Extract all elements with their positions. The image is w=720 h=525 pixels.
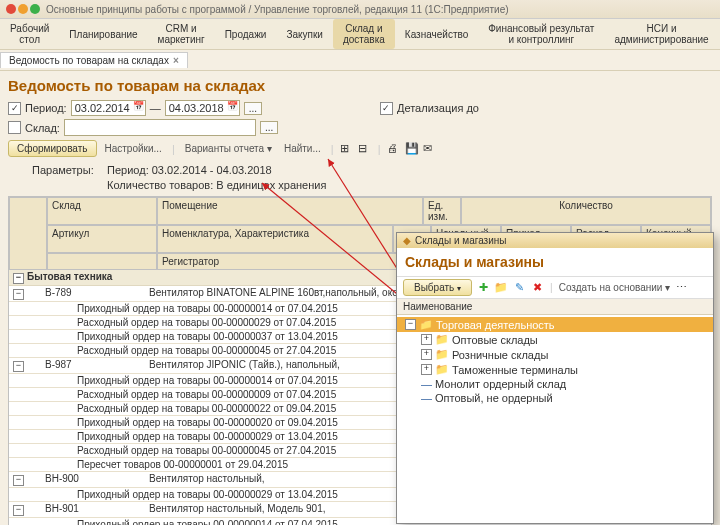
report-toolbar: Сформировать Настройки... | Варианты отч… (8, 140, 712, 157)
add-folder-icon[interactable]: 📁 (494, 281, 508, 295)
tree-item[interactable]: — Монолит ордерный склад (397, 377, 713, 391)
tab-report[interactable]: Ведомость по товарам на складах × (0, 52, 188, 68)
popup-title-text: Склады и магазины (415, 235, 506, 246)
popup-app-icon: ◆ (403, 235, 411, 246)
min-dot[interactable] (18, 4, 28, 14)
th-kol: Количество (461, 197, 711, 225)
tree-item[interactable]: + 📁 Таможенные терминалы (397, 362, 713, 377)
sklad-check[interactable] (8, 121, 21, 134)
tab-bar: Ведомость по товарам на складах × (0, 50, 720, 71)
th-ed: Ед. изм. (423, 197, 461, 225)
tab-close-icon[interactable]: × (173, 55, 179, 66)
params-label: Параметры: (32, 163, 104, 178)
max-dot[interactable] (30, 4, 40, 14)
sklad-row: Склад: ... (8, 119, 712, 136)
detail-label: Детализация до (397, 102, 479, 114)
sklad-label: Склад: (25, 122, 60, 134)
tree-item[interactable]: — Оптовый, не ордерный (397, 391, 713, 405)
period-label: Период: (25, 102, 67, 114)
sklad-picker-btn[interactable]: ... (260, 121, 278, 134)
period-dash: — (150, 102, 161, 114)
popup-toolbar: Выбрать ▾ ✚ 📁 ✎ ✖ | Создать на основании… (397, 276, 713, 299)
menu-item[interactable]: Рабочийстол (0, 19, 59, 49)
tab-label: Ведомость по товарам на складах (9, 55, 169, 66)
main-menu: РабочийстолПланированиеCRM имаркетингПро… (0, 19, 720, 50)
th-pom: Помещение (157, 197, 423, 225)
period-check[interactable]: ✓ (8, 102, 21, 115)
menu-item[interactable]: Планирование (59, 19, 147, 49)
create-based-on[interactable]: Создать на основании ▾ (559, 282, 671, 293)
menu-item[interactable]: Склад идоставка (333, 19, 395, 49)
menu-item[interactable]: Финансовый результати контроллинг (478, 19, 604, 49)
expand-icon[interactable]: ⊞ (340, 142, 354, 156)
period-row: ✓ Период: 03.02.2014 — 04.03.2018 ... ✓ … (8, 100, 712, 116)
print-icon[interactable]: 🖨 (387, 142, 401, 156)
find-link[interactable]: Найти... (280, 141, 325, 156)
menu-item[interactable]: CRM имаркетинг (148, 19, 215, 49)
menu-item[interactable]: Закупки (276, 19, 332, 49)
th-sklad: Склад (47, 197, 157, 225)
window-controls[interactable] (6, 4, 40, 14)
menu-item[interactable]: Казначейство (395, 19, 478, 49)
period-from[interactable]: 03.02.2014 (71, 100, 146, 116)
edit-icon[interactable]: ✎ (512, 281, 526, 295)
popup-col-header: Наименование (397, 299, 713, 315)
more-icon[interactable]: ⋯ (674, 281, 688, 295)
tree-item[interactable]: + 📁 Розничные склады (397, 347, 713, 362)
save-icon[interactable]: 💾 (405, 142, 419, 156)
form-button[interactable]: Сформировать (8, 140, 97, 157)
variants-link[interactable]: Варианты отчета ▾ (181, 141, 276, 156)
detail-check[interactable]: ✓ (380, 102, 393, 115)
th-nom: Номенклатура, Характеристика (157, 225, 393, 253)
menu-item[interactable]: НСИ иадминистрирование (604, 19, 718, 49)
delete-icon[interactable]: ✖ (530, 281, 544, 295)
tree-item[interactable]: − 📁 Торговая деятельность (397, 317, 713, 332)
popup-window[interactable]: ◆ Склады и магазины Склады и магазины Вы… (396, 232, 714, 524)
menu-item[interactable]: Продажи (215, 19, 277, 49)
page-heading: Ведомость по товарам на складах (8, 77, 712, 94)
select-button[interactable]: Выбрать ▾ (403, 279, 472, 296)
mail-icon[interactable]: ✉ (423, 142, 437, 156)
close-dot[interactable] (6, 4, 16, 14)
sklad-input[interactable] (64, 119, 256, 136)
title-bar: Основные принципы работы с программой / … (0, 0, 720, 19)
period-picker-btn[interactable]: ... (244, 102, 262, 115)
params-line1: Период: 03.02.2014 - 04.03.2018 (107, 164, 272, 176)
popup-tree: − 📁 Торговая деятельность+ 📁 Оптовые скл… (397, 315, 713, 407)
params-line2: Количество товаров: В единицах хранения (107, 179, 326, 191)
period-to[interactable]: 04.03.2018 (165, 100, 240, 116)
settings-link[interactable]: Настройки... (101, 141, 166, 156)
window-title: Основные принципы работы с программой / … (46, 4, 509, 15)
popup-heading: Склады и магазины (397, 248, 713, 276)
tree-item[interactable]: + 📁 Оптовые склады (397, 332, 713, 347)
popup-titlebar[interactable]: ◆ Склады и магазины (397, 233, 713, 248)
params-block: Параметры: Период: 03.02.2014 - 04.03.20… (32, 163, 712, 194)
collapse-icon[interactable]: ⊟ (358, 142, 372, 156)
th-art: Артикул (47, 225, 157, 253)
add-icon[interactable]: ✚ (476, 281, 490, 295)
